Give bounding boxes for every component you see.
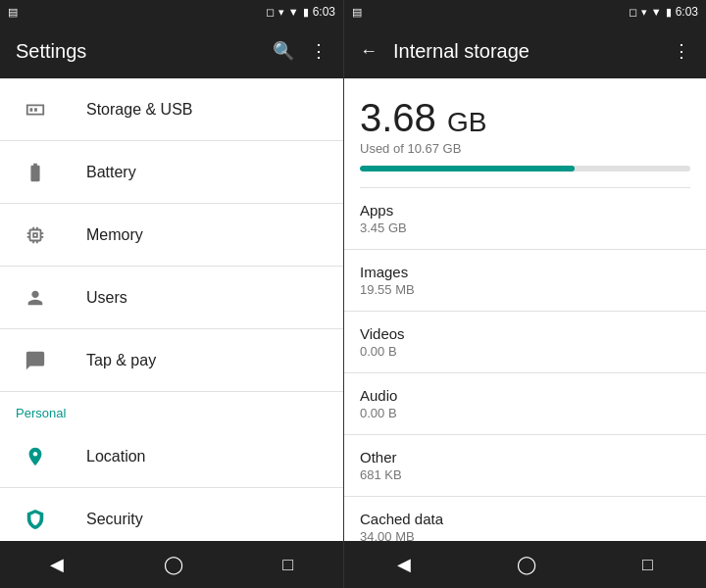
cached-value: 34.00 MB <box>360 529 690 541</box>
storage-more-icon[interactable]: ⋮ <box>673 40 690 62</box>
memory-label: Memory <box>86 226 143 244</box>
right-battery-icon: ▮ <box>666 6 672 19</box>
storage-content: 3.68 GB Used of 10.67 GB Apps 3.45 GB Im… <box>344 78 706 541</box>
internal-storage-panel: ▤ ◻ ▾ ▼ ▮ 6:03 ← Internal storage ⋮ 3.68… <box>343 0 706 588</box>
images-name: Images <box>360 264 690 280</box>
back-button[interactable]: ← <box>360 41 378 62</box>
right-status-right: ◻ ▾ ▼ ▮ 6:03 <box>629 5 698 19</box>
sidebar-item-location[interactable]: Location <box>0 425 343 488</box>
storage-item-other[interactable]: Other 681 KB <box>344 435 706 497</box>
users-label: Users <box>86 289 127 307</box>
storage-icon <box>16 99 55 121</box>
sidebar-item-security[interactable]: Security <box>0 488 343 541</box>
sidebar-item-storage-usb[interactable]: Storage & USB <box>0 78 343 141</box>
storage-item-audio[interactable]: Audio 0.00 B <box>344 373 706 435</box>
security-icon <box>16 509 55 530</box>
sidebar-item-tap-pay[interactable]: Tap & pay <box>0 329 343 392</box>
back-nav-icon[interactable]: ◀ <box>50 554 64 575</box>
internal-storage-title: Internal storage <box>393 40 530 63</box>
left-status-bar: ▤ ◻ ▾ ▼ ▮ 6:03 <box>0 0 343 24</box>
videos-name: Videos <box>360 325 690 342</box>
right-status-bar: ▤ ◻ ▾ ▼ ▮ 6:03 <box>344 0 706 24</box>
sidebar-item-memory[interactable]: Memory <box>0 204 343 267</box>
screen-rotate-icon: ◻ <box>266 6 275 19</box>
right-screen-icon: ◻ <box>629 6 637 19</box>
tap-pay-label: Tap & pay <box>86 352 156 369</box>
home-nav-icon[interactable]: ◯ <box>164 554 183 575</box>
right-nav-bar: ◀ ◯ □ <box>344 541 706 588</box>
more-options-icon[interactable]: ⋮ <box>310 40 328 62</box>
settings-panel: ▤ ◻ ▾ ▼ ▮ 6:03 Settings 🔍 ⋮ Storage & US… <box>0 0 343 588</box>
wifi-icon: ▼ <box>288 6 299 18</box>
sidebar-item-users[interactable]: Users <box>0 267 343 329</box>
toolbar-actions: 🔍 ⋮ <box>273 40 328 62</box>
settings-list: Storage & USB Battery Memory Users Tap & <box>0 78 343 541</box>
location-label: Location <box>86 448 146 466</box>
battery-settings-icon <box>16 162 55 183</box>
storage-item-cached[interactable]: Cached data 34.00 MB <box>344 497 706 541</box>
right-recents-nav-icon[interactable]: □ <box>642 555 653 575</box>
apps-value: 3.45 GB <box>360 220 690 235</box>
right-back-nav-icon[interactable]: ◀ <box>397 554 411 575</box>
location-icon <box>16 446 55 467</box>
right-signal-icon: ▾ <box>641 6 647 19</box>
signal-icon: ▾ <box>278 6 284 19</box>
images-value: 19.55 MB <box>360 282 690 297</box>
right-time: 6:03 <box>676 5 698 19</box>
sim-icon: ▤ <box>8 6 18 19</box>
left-time: 6:03 <box>313 5 335 19</box>
settings-title: Settings <box>16 40 86 63</box>
storage-bar-fill <box>360 166 575 172</box>
memory-icon <box>16 224 55 246</box>
left-status-right: ◻ ▾ ▼ ▮ 6:03 <box>266 5 335 19</box>
security-label: Security <box>86 511 143 528</box>
other-value: 681 KB <box>360 467 690 482</box>
tap-pay-icon <box>16 350 55 371</box>
battery-label: Battery <box>86 164 136 181</box>
storage-header: 3.68 GB Used of 10.67 GB <box>344 78 706 187</box>
internal-storage-toolbar: ← Internal storage ⋮ <box>344 24 706 78</box>
right-home-nav-icon[interactable]: ◯ <box>517 554 536 575</box>
right-sim-icon: ▤ <box>352 6 362 19</box>
settings-toolbar: Settings 🔍 ⋮ <box>0 24 343 78</box>
storage-used-text: Used of 10.67 GB <box>360 141 690 156</box>
storage-usb-label: Storage & USB <box>86 101 193 119</box>
toolbar-left: ← Internal storage <box>360 40 530 63</box>
storage-bar <box>360 166 690 172</box>
storage-item-apps[interactable]: Apps 3.45 GB <box>344 188 706 250</box>
audio-value: 0.00 B <box>360 406 690 420</box>
left-nav-bar: ◀ ◯ □ <box>0 541 343 588</box>
users-icon <box>16 287 55 309</box>
cached-name: Cached data <box>360 511 690 527</box>
audio-name: Audio <box>360 387 690 404</box>
battery-icon: ▮ <box>303 6 309 19</box>
apps-name: Apps <box>360 202 690 219</box>
storage-free-amount: 3.68 GB <box>360 98 690 137</box>
storage-item-images[interactable]: Images 19.55 MB <box>344 250 706 312</box>
recents-nav-icon[interactable]: □ <box>282 555 293 575</box>
left-status-icons: ▤ <box>8 6 18 19</box>
search-icon[interactable]: 🔍 <box>273 40 294 62</box>
personal-label: Personal <box>16 406 66 420</box>
sidebar-item-battery[interactable]: Battery <box>0 141 343 204</box>
storage-item-videos[interactable]: Videos 0.00 B <box>344 312 706 373</box>
personal-section-header: Personal <box>0 392 343 425</box>
videos-value: 0.00 B <box>360 344 690 359</box>
right-status-icons: ▤ <box>352 6 362 19</box>
other-name: Other <box>360 449 690 466</box>
right-wifi-icon: ▼ <box>651 6 662 18</box>
